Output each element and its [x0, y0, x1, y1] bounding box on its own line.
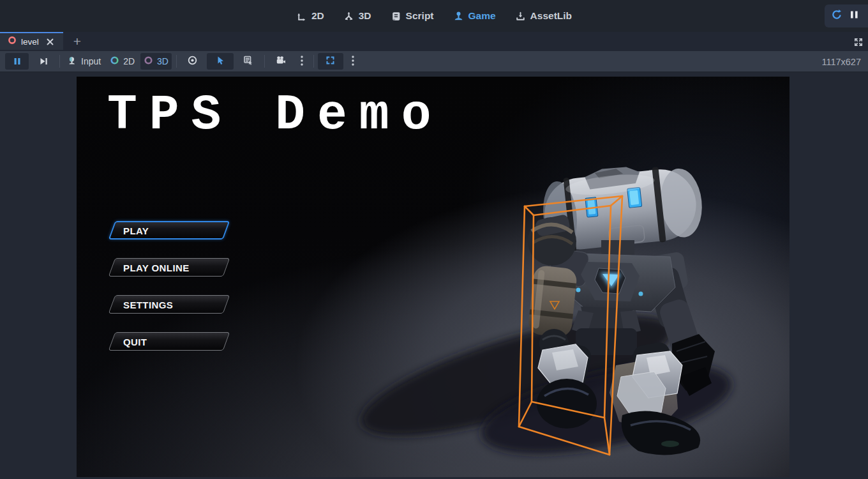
toolbar-separator	[176, 55, 177, 68]
quit-button[interactable]: QUIT	[112, 332, 227, 351]
node-2d-ring-icon	[110, 56, 119, 67]
embed-menu-button[interactable]	[346, 53, 360, 70]
play-online-button[interactable]: PLAY ONLINE	[112, 258, 227, 277]
scene-tab-level[interactable]: level	[0, 32, 63, 50]
quit-button-label: QUIT	[123, 336, 147, 347]
cursor-icon	[215, 56, 225, 68]
game-joystick-icon	[453, 11, 464, 22]
node-type-3d-label: 3D	[157, 53, 168, 70]
workspace-tab-script[interactable]: Script	[391, 10, 434, 22]
node-type-3d-button[interactable]: 3D	[140, 53, 172, 70]
toolbar-separator	[313, 55, 314, 68]
select-mode-button[interactable]	[207, 53, 234, 70]
editor-top-bar: 2D 3D Script	[0, 0, 868, 32]
toolbar-separator	[264, 55, 265, 68]
workspace-tab-label: Game	[468, 10, 496, 22]
pause-icon[interactable]	[850, 10, 859, 22]
add-scene-tab-button[interactable]: +	[68, 32, 87, 51]
close-icon[interactable]	[46, 38, 54, 46]
workspace-tab-2d[interactable]: 2D	[296, 10, 324, 22]
node-type-2d-label: 2D	[123, 53, 135, 70]
workspace-tab-game[interactable]: Game	[453, 10, 496, 22]
input-toggle-button[interactable]: Input	[64, 53, 104, 70]
scene-tab-label: level	[21, 37, 39, 47]
scene-tab-bar: level +	[0, 32, 868, 51]
workspace-tab-label: Script	[406, 10, 434, 22]
visibility-button[interactable]	[181, 53, 204, 70]
run-controls-panel	[825, 4, 868, 27]
camera-menu-button[interactable]	[295, 53, 309, 70]
camera-override-button[interactable]	[269, 53, 292, 70]
next-frame-button[interactable]	[31, 53, 55, 70]
game-title: TPS Demo	[107, 87, 443, 143]
workspace-nav: 2D 3D Script	[296, 10, 572, 22]
workspace-tab-3d[interactable]: 3D	[343, 10, 371, 22]
workspace-2d-icon	[296, 11, 307, 22]
workspace-tab-label: 2D	[311, 10, 324, 22]
list-select-icon	[243, 55, 253, 68]
frame-brackets-icon	[325, 55, 336, 68]
workspace-3d-icon	[343, 11, 354, 22]
toolbar-separator	[59, 55, 60, 68]
assetlib-download-icon	[515, 11, 526, 22]
circle-dot-icon	[187, 55, 198, 68]
input-toggle-label: Input	[81, 53, 101, 70]
play-button[interactable]: PLAY	[112, 221, 227, 240]
reload-icon[interactable]	[831, 9, 842, 23]
play-online-button-label: PLAY ONLINE	[123, 262, 190, 273]
pause-button[interactable]	[5, 53, 29, 70]
game-viewport[interactable]: TPS Demo PLAY PLAY ONLINE SETTINGS QUIT	[77, 77, 789, 477]
game-view-toolbar: Input 2D 3D	[0, 51, 868, 72]
settings-button-label: SETTINGS	[123, 299, 173, 310]
input-joystick-icon	[67, 56, 77, 68]
play-button-label: PLAY	[123, 225, 149, 236]
scene-3d-node-icon	[8, 36, 17, 47]
ellipsis-icon	[351, 55, 355, 68]
node-3d-ring-icon	[144, 56, 153, 67]
settings-button[interactable]: SETTINGS	[112, 295, 227, 314]
workspace-tab-label: 3D	[359, 10, 371, 22]
ellipsis-icon	[300, 55, 304, 68]
list-select-button[interactable]	[236, 53, 260, 70]
expand-icon[interactable]	[853, 36, 864, 48]
viewport-resolution-label: 1117x627	[821, 51, 861, 72]
embed-game-button[interactable]	[318, 53, 343, 70]
camera-icon	[275, 55, 286, 68]
node-type-2d-button[interactable]: 2D	[107, 53, 138, 70]
script-icon	[391, 11, 401, 22]
workspace-tab-assetlib[interactable]: AssetLib	[515, 10, 572, 22]
workspace-tab-label: AssetLib	[530, 10, 572, 22]
